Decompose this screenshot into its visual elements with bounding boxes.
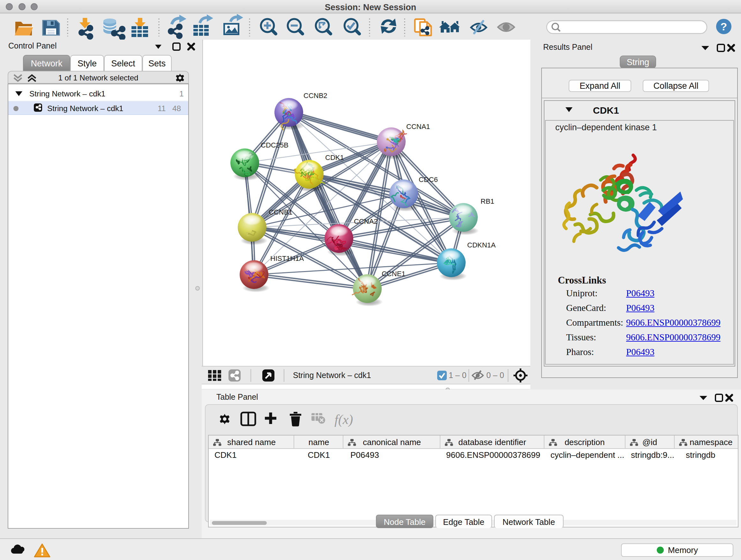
svg-text:HIST1H1A: HIST1H1A [270,254,304,262]
svg-text:RB1: RB1 [481,197,494,205]
svg-text:f(x): f(x) [334,412,353,427]
svg-text:CCNB2: CCNB2 [304,91,327,100]
svg-text:1 – 0: 1 – 0 [449,371,467,380]
svg-text:0 – 0: 0 – 0 [486,371,504,380]
svg-text:?: ? [721,20,727,33]
svg-text:CDKN1A: CDKN1A [467,241,496,249]
svg-text:CCNA2: CCNA2 [354,217,378,226]
svg-text:CDC25B: CDC25B [261,141,288,149]
svg-text:CCNA1: CCNA1 [406,123,430,131]
svg-text:String Network – cdk1: String Network – cdk1 [293,371,371,380]
svg-text:CDK1: CDK1 [325,153,344,162]
svg-text:CCNB1: CCNB1 [269,208,293,216]
svg-text:CDC6: CDC6 [419,176,438,184]
svg-text:CCNE1: CCNE1 [382,270,406,278]
